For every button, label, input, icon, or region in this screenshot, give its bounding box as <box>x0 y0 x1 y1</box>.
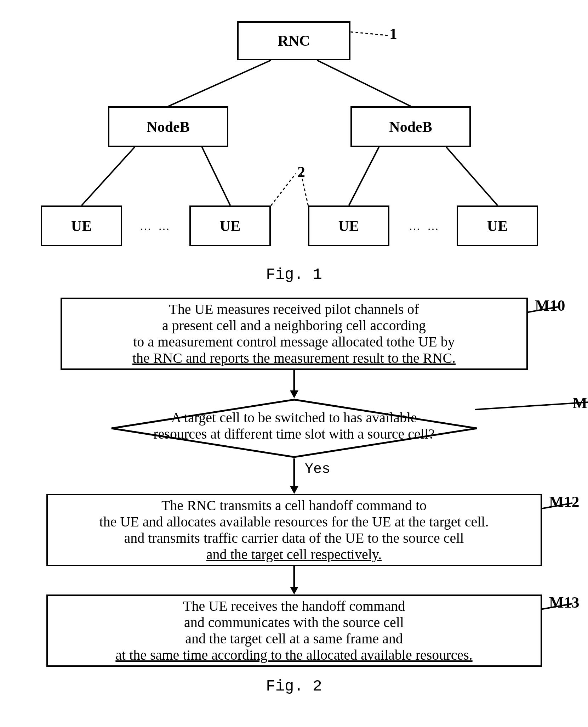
m13-l1: The UE receives the handoff command <box>55 598 533 614</box>
step-m13: M13 The UE receives the handoff command … <box>46 594 542 667</box>
m13-l4: at the same time according to the alloca… <box>55 647 533 663</box>
arrow-2-icon <box>287 458 301 494</box>
svg-line-16 <box>541 503 572 509</box>
svg-line-0 <box>169 60 271 106</box>
arrow-1-icon <box>287 370 301 398</box>
ue-box-4: UE <box>457 205 538 246</box>
m10-l2: a present cell and a neighboring cell ac… <box>69 317 519 334</box>
arrow-3 <box>25 566 563 594</box>
ue1-label: UE <box>71 218 92 235</box>
svg-line-19 <box>541 604 572 609</box>
m12-leader <box>541 502 576 510</box>
step-m10: M10 The UE measures received pilot chann… <box>61 298 528 370</box>
arrow-2: Yes <box>25 458 563 494</box>
ue-box-2: UE <box>189 205 271 246</box>
ellipsis-right: … … <box>409 220 441 233</box>
svg-line-1 <box>317 60 411 106</box>
m11-l2: resources at different time slot with a … <box>110 426 478 442</box>
m10-l4: the RNC and reports the measurement resu… <box>69 350 519 366</box>
svg-line-6 <box>351 32 388 35</box>
ue4-label: UE <box>487 218 508 235</box>
step-m11: M11 A target cell to be switched to has … <box>110 398 478 458</box>
figure-2-caption: Fig. 2 <box>21 677 567 695</box>
svg-line-2 <box>82 147 135 205</box>
svg-marker-15 <box>290 486 298 494</box>
m13-l3: and the target cell at a same frame and <box>55 631 533 647</box>
svg-line-5 <box>446 147 498 205</box>
ue-box-3: UE <box>308 205 389 246</box>
svg-line-7 <box>271 174 296 205</box>
m12-l1: The RNC transmits a cell handoff command… <box>55 497 533 514</box>
ue2-label: UE <box>220 218 240 235</box>
m11-leader <box>475 400 588 411</box>
svg-line-9 <box>526 307 558 312</box>
yes-label: Yes <box>305 461 330 477</box>
nodeb-right-label: NodeB <box>389 118 432 135</box>
m13-l2: and communicates with the source cell <box>55 614 533 631</box>
ellipsis-left: … … <box>140 220 172 233</box>
svg-line-12 <box>475 402 588 410</box>
m12-l4: and the target cell respectively. <box>55 546 533 563</box>
rnc-box: RNC <box>237 21 350 60</box>
ue3-label: UE <box>338 218 359 235</box>
ref-label-2: 2 <box>297 163 305 181</box>
nodeb-left-box: NodeB <box>108 106 228 147</box>
m10-l3: to a measurement control message allocat… <box>69 334 519 350</box>
m11-l1: A target cell to be switched to has avai… <box>110 410 478 426</box>
svg-line-3 <box>202 147 230 205</box>
svg-line-4 <box>349 147 379 205</box>
m13-leader <box>541 602 576 611</box>
figure-1: RNC NodeB NodeB UE UE UE UE … … … … 1 2 <box>21 14 567 255</box>
m12-l2: the UE and allocates available resources… <box>55 514 533 530</box>
svg-marker-18 <box>290 587 298 594</box>
m12-l3: and transmits traffic carrier data of th… <box>55 530 533 546</box>
arrow-1 <box>25 370 563 398</box>
nodeb-left-label: NodeB <box>147 118 189 135</box>
m11-text: A target cell to be switched to has avai… <box>110 410 478 442</box>
svg-marker-11 <box>290 390 298 398</box>
figure-2: M10 The UE measures received pilot chann… <box>25 298 563 667</box>
ue-box-1: UE <box>41 205 122 246</box>
m10-l1: The UE measures received pilot channels … <box>69 301 519 317</box>
step-m12: M12 The RNC transmits a cell handoff com… <box>46 494 542 566</box>
arrow-3-icon <box>287 566 301 594</box>
m10-leader <box>526 305 562 314</box>
rnc-label: RNC <box>278 32 310 49</box>
nodeb-right-box: NodeB <box>350 106 471 147</box>
ref-label-1: 1 <box>389 25 397 43</box>
figure-1-caption: Fig. 1 <box>21 266 567 283</box>
